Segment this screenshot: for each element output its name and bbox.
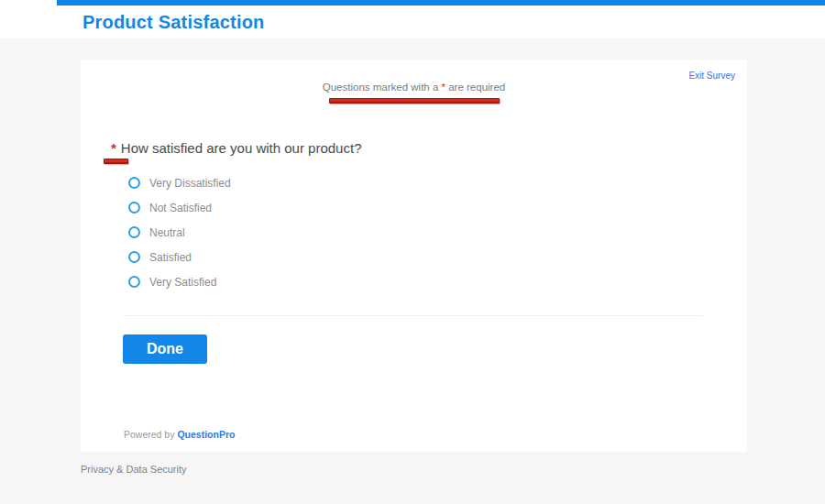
note-underline-annotation (329, 98, 500, 104)
radio-button-icon[interactable] (128, 177, 140, 189)
questionpro-link[interactable]: QuestionPro (177, 429, 235, 440)
radio-option-neutral[interactable]: Neutral (128, 220, 231, 245)
required-note-prefix: Questions marked with a (323, 82, 442, 93)
top-accent-bar (57, 0, 825, 5)
answer-options: Very Dissatisfied Not Satisfied Neutral … (128, 170, 231, 294)
question-required-asterisk: * (111, 140, 116, 156)
powered-by-label: Powered by (124, 429, 177, 440)
radio-option-label[interactable]: Satisfied (149, 251, 192, 264)
radio-option-satisfied[interactable]: Satisfied (128, 245, 231, 269)
page: Product Satisfaction Exit Survey Questio… (0, 0, 825, 504)
radio-button-icon[interactable] (128, 276, 140, 288)
required-note-suffix: are required (446, 82, 505, 93)
question-row: *How satisfied are you with our product? (111, 140, 361, 156)
section-divider (123, 315, 703, 316)
radio-option-very-dissatisfied[interactable]: Very Dissatisfied (128, 170, 231, 195)
radio-button-icon[interactable] (128, 226, 140, 238)
survey-card: Exit Survey Questions marked with a * ar… (81, 60, 747, 452)
done-button[interactable]: Done (123, 334, 207, 364)
powered-by: Powered by QuestionPro (124, 429, 235, 440)
privacy-data-security-link[interactable]: Privacy & Data Security (81, 464, 187, 475)
radio-option-label[interactable]: Very Satisfied (149, 276, 216, 289)
page-title: Product Satisfaction (82, 12, 264, 33)
radio-button-icon[interactable] (128, 202, 140, 214)
question-underline-annotation (104, 159, 128, 164)
radio-option-not-satisfied[interactable]: Not Satisfied (128, 195, 231, 220)
exit-survey-link[interactable]: Exit Survey (688, 71, 735, 81)
radio-option-label[interactable]: Neutral (149, 226, 185, 239)
question-text: How satisfied are you with our product? (121, 140, 362, 156)
required-note: Questions marked with a * are required (81, 82, 747, 93)
radio-option-label[interactable]: Not Satisfied (149, 202, 212, 214)
header: Product Satisfaction (0, 0, 825, 38)
radio-option-very-satisfied[interactable]: Very Satisfied (128, 269, 231, 294)
radio-button-icon[interactable] (128, 251, 140, 263)
radio-option-label[interactable]: Very Dissatisfied (149, 177, 231, 190)
